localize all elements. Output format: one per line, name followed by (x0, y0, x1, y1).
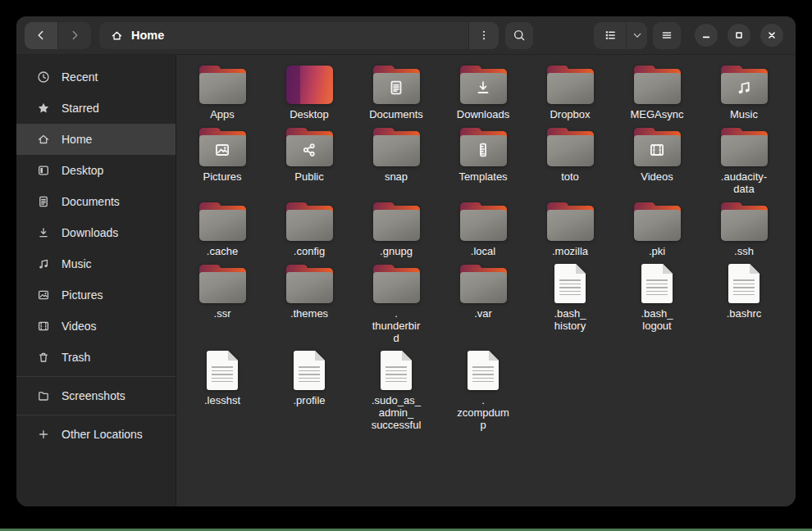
path-bar[interactable]: Home (99, 22, 499, 49)
desktop-icon (37, 164, 50, 177)
sidebar-item-recent[interactable]: Recent (16, 61, 176, 93)
text-file-icon (468, 351, 499, 390)
list-view-button[interactable] (594, 22, 626, 49)
clock-icon (37, 70, 50, 84)
search-button[interactable] (505, 22, 533, 49)
file-label: Pictures (203, 170, 242, 183)
text-file-icon (554, 264, 586, 303)
file-item[interactable]: Downloads (444, 65, 522, 120)
main-menu-button[interactable] (653, 22, 681, 49)
folder-icon (634, 127, 681, 166)
sidebar-item-label: Pictures (62, 288, 103, 302)
sidebar-item-starred[interactable]: Starred (16, 93, 176, 124)
file-item[interactable]: .ssr (183, 264, 262, 344)
text-file-icon (728, 264, 760, 303)
file-label: Dropbox (550, 108, 590, 120)
file-label: MEGAsync (630, 108, 683, 120)
sidebar-item-pictures[interactable]: Pictures (16, 279, 176, 311)
trash-icon (37, 351, 50, 364)
file-label: Music (730, 108, 758, 120)
folder-icon (460, 127, 507, 166)
text-file-icon (207, 351, 238, 390)
file-item[interactable]: Public (270, 127, 349, 195)
file-label: . thunderbir d (372, 307, 421, 344)
file-item[interactable]: .bash_ history (531, 264, 609, 344)
file-label: .config (294, 245, 325, 257)
sidebar-item-label: Trash (62, 351, 90, 364)
file-item[interactable]: Apps (183, 65, 262, 120)
folder-icon (634, 65, 681, 104)
file-label: .bashrc (727, 307, 762, 320)
file-item[interactable]: .local (444, 202, 522, 257)
home-icon (37, 133, 50, 146)
sidebar-item-home[interactable]: Home (16, 124, 176, 155)
file-item[interactable]: .profile (270, 351, 349, 431)
file-item[interactable]: .gnupg (357, 202, 436, 257)
breadcrumb[interactable]: Home (99, 29, 468, 42)
file-item[interactable]: .ssh (705, 202, 783, 257)
folder-icon (460, 202, 507, 241)
file-item[interactable]: .cache (183, 202, 262, 257)
file-item[interactable]: .lesshst (183, 351, 262, 431)
sidebar-item-label: Videos (62, 320, 97, 333)
sidebar-item-screenshots[interactable]: Screenshots (16, 380, 176, 411)
sidebar-item-trash[interactable]: Trash (16, 342, 176, 373)
file-item[interactable]: .pki (618, 202, 696, 257)
file-item[interactable]: . thunderbir d (357, 264, 436, 344)
file-item[interactable]: Dropbox (531, 65, 609, 120)
file-item[interactable]: MEGAsync (618, 65, 696, 120)
folder-icon (199, 65, 246, 104)
sidebar-item-label: Desktop (62, 164, 103, 177)
download-emblem-icon (475, 79, 492, 97)
sidebar-item-downloads[interactable]: Downloads (16, 217, 176, 248)
sidebar-item-documents[interactable]: Documents (16, 186, 176, 217)
file-label: .mozilla (552, 245, 588, 257)
forward-button[interactable] (57, 22, 91, 49)
desktop-folder-icon (286, 65, 333, 104)
location-menu-button[interactable] (468, 22, 499, 49)
file-item[interactable]: .mozilla (531, 202, 609, 257)
view-options-dropdown[interactable] (626, 22, 647, 49)
minimize-button[interactable] (695, 24, 718, 47)
file-item[interactable]: Documents (357, 65, 436, 120)
file-item[interactable]: .themes (270, 264, 349, 344)
folder-icon (373, 65, 420, 104)
window-controls (695, 24, 783, 47)
sidebar-item-music[interactable]: Music (16, 248, 176, 279)
text-file-icon (294, 351, 325, 390)
file-item[interactable]: .sudo_as_ admin_ successful (357, 351, 436, 431)
sidebar-item-desktop[interactable]: Desktop (16, 155, 176, 186)
back-button[interactable] (25, 22, 57, 49)
sidebar-separator (16, 415, 176, 415)
file-item[interactable]: .config (270, 202, 349, 257)
file-item[interactable]: Pictures (183, 127, 262, 195)
file-item[interactable]: Desktop (270, 65, 349, 120)
file-label: . zcompdum p (457, 394, 509, 431)
close-button[interactable] (760, 24, 783, 47)
sidebar-item-other-locations[interactable]: Other Locations (16, 419, 176, 450)
file-label: .cache (207, 245, 238, 257)
folder-icon (199, 202, 246, 241)
picture-emblem-icon (214, 142, 231, 159)
file-label: Documents (369, 108, 423, 120)
file-item[interactable]: . zcompdum p (444, 351, 522, 431)
file-item[interactable]: snap (357, 127, 436, 195)
file-item[interactable]: .audacity- data (705, 127, 783, 195)
file-item[interactable]: Music (705, 65, 783, 120)
file-label: .bash_ logout (641, 307, 673, 332)
headerbar-right (594, 22, 783, 49)
file-item[interactable]: .bash_ logout (618, 264, 696, 344)
file-item[interactable]: Videos (618, 127, 696, 195)
sidebar-item-label: Home (62, 133, 92, 146)
file-item[interactable]: Templates (444, 127, 522, 195)
file-item[interactable]: .bashrc (705, 264, 783, 344)
sidebar-item-videos[interactable]: Videos (16, 311, 176, 342)
file-view[interactable]: AppsDesktopDocumentsDownloadsDropboxMEGA… (176, 55, 796, 506)
file-item[interactable]: toto (531, 127, 609, 195)
folder-icon (460, 65, 507, 104)
file-label: Templates (458, 170, 507, 183)
sidebar: RecentStarredHomeDesktopDocumentsDownloa… (16, 55, 176, 506)
file-item[interactable]: .var (444, 264, 522, 344)
folder-icon (286, 127, 333, 166)
maximize-button[interactable] (728, 24, 750, 47)
